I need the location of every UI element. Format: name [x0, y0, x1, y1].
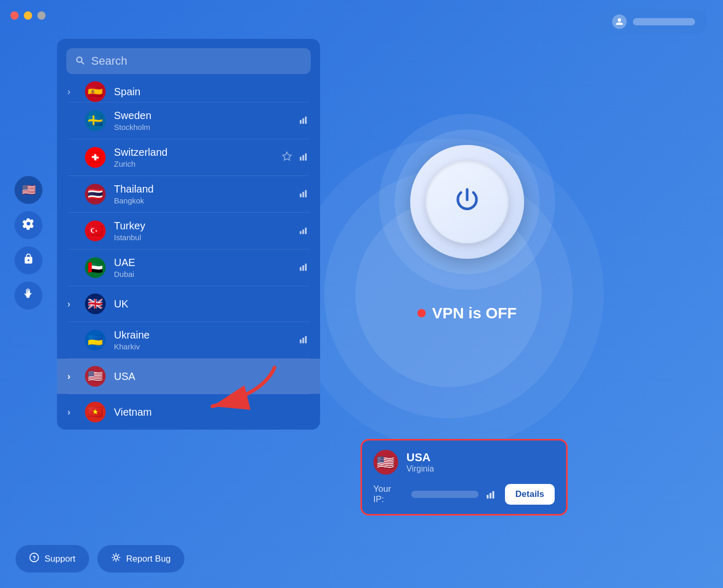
signal-icon: [299, 151, 310, 164]
flag-usa: 🇺🇸: [85, 366, 106, 387]
vpn-status-text: VPN is OFF: [432, 304, 516, 322]
expand-spacer: ›: [67, 226, 78, 237]
country-city: Stockholm: [114, 123, 299, 131]
report-bug-label: Report Bug: [126, 554, 171, 564]
country-ukraine-info: Ukraine Kharkiv: [114, 329, 299, 351]
svg-rect-15: [305, 263, 307, 271]
svg-rect-12: [305, 227, 307, 234]
expand-spacer: ›: [67, 262, 78, 273]
list-item-usa[interactable]: › 🇺🇸 USA: [57, 359, 320, 394]
search-icon: [75, 55, 85, 68]
country-city: Kharkiv: [114, 342, 299, 351]
search-input[interactable]: [91, 54, 302, 68]
profile-button[interactable]: [600, 9, 707, 34]
svg-rect-1: [302, 118, 304, 124]
country-name: Ukraine: [114, 329, 299, 341]
sidebar: 🇺🇸: [15, 176, 42, 310]
svg-rect-20: [489, 493, 491, 498]
sidebar-item-adblocker[interactable]: [15, 282, 42, 310]
svg-marker-3: [283, 152, 292, 160]
signal-icon: [299, 114, 310, 127]
expand-icon-usa: ›: [67, 371, 78, 382]
power-ring-mid: [395, 129, 540, 274]
svg-rect-21: [492, 491, 494, 499]
svg-rect-6: [305, 153, 307, 160]
report-bug-button[interactable]: Report Bug: [97, 545, 184, 572]
country-name: Turkey: [114, 220, 299, 232]
minimize-button[interactable]: [24, 11, 32, 20]
list-item[interactable]: › 🇦🇪 UAE Dubai: [57, 249, 320, 286]
country-name: Spain: [114, 86, 310, 98]
flag-vietnam: 🇻🇳: [85, 402, 106, 422]
list-item[interactable]: › 🇹🇭 Thailand Bangkok: [57, 176, 320, 212]
support-button[interactable]: Support: [16, 545, 89, 572]
power-icon: [452, 184, 483, 219]
power-ring-outer: [379, 114, 555, 290]
location-icon: 🇺🇸: [22, 183, 36, 197]
svg-rect-10: [300, 231, 301, 234]
list-item[interactable]: › 🇺🇦 Ukraine Kharkiv: [57, 322, 320, 358]
country-sweden-info: Sweden Stockholm: [114, 110, 299, 131]
country-name: Vietnam: [114, 406, 310, 418]
signal-icon: [299, 261, 310, 274]
flag-uk: 🇬🇧: [85, 293, 106, 314]
country-spain-info: Spain: [114, 86, 310, 98]
list-item[interactable]: › 🇻🇳 Vietnam: [57, 394, 320, 430]
svg-rect-18: [305, 336, 307, 343]
expand-icon-uk: ›: [67, 299, 78, 310]
country-actions: [299, 334, 310, 347]
country-actions: [299, 225, 310, 238]
country-actions: [282, 151, 310, 164]
sidebar-item-location[interactable]: 🇺🇸: [15, 176, 42, 204]
profile-username: [633, 18, 695, 25]
expand-icon-vietnam: ›: [67, 407, 78, 418]
svg-rect-8: [302, 192, 304, 197]
power-area: VPN is OFF: [379, 114, 555, 322]
country-vietnam-info: Vietnam: [114, 406, 310, 418]
list-item[interactable]: › 🇬🇧 UK: [57, 286, 320, 321]
country-panel: › 🇪🇸 Spain › 🇸🇪 Sweden Stockholm: [57, 39, 320, 430]
country-name: Thailand: [114, 183, 299, 195]
ip-value: [411, 491, 479, 498]
svg-rect-19: [486, 495, 488, 498]
country-city: Zurich: [114, 159, 282, 168]
country-city: Bangkok: [114, 196, 299, 205]
flag-uae: 🇦🇪: [85, 257, 106, 278]
list-item[interactable]: › 🇸🇪 Sweden Stockholm: [57, 102, 320, 139]
star-icon[interactable]: [282, 151, 292, 164]
list-item[interactable]: › 🇨🇭 Switzerland Zurich: [57, 139, 320, 175]
search-bar: [66, 48, 311, 74]
country-actions: [299, 114, 310, 127]
svg-rect-14: [302, 265, 304, 271]
sidebar-item-security[interactable]: [15, 246, 42, 274]
list-item[interactable]: › 🇪🇸 Spain: [57, 81, 320, 102]
country-name: USA: [114, 371, 310, 383]
fullscreen-button[interactable]: [37, 11, 46, 20]
country-name: Switzerland: [114, 146, 282, 158]
country-actions: [299, 261, 310, 274]
close-button[interactable]: [10, 11, 19, 20]
country-uk-info: UK: [114, 298, 310, 310]
svg-rect-4: [300, 156, 301, 160]
sidebar-item-settings[interactable]: [15, 211, 42, 239]
status-dot: [417, 309, 426, 317]
power-button[interactable]: [426, 160, 509, 243]
card-top: 🇺🇸 USA Virginia: [373, 450, 555, 475]
signal-icon: [299, 225, 310, 238]
svg-point-24: [114, 556, 118, 560]
country-city: Istanbul: [114, 233, 299, 242]
flag-switzerland: 🇨🇭: [85, 147, 106, 168]
svg-rect-17: [302, 337, 304, 343]
lock-icon: [23, 253, 34, 268]
country-list: › 🇪🇸 Spain › 🇸🇪 Sweden Stockholm: [57, 81, 320, 430]
svg-rect-16: [300, 339, 301, 343]
info-card: 🇺🇸 USA Virginia Your IP: Details: [360, 439, 568, 516]
svg-rect-0: [300, 120, 301, 124]
bug-icon: [111, 552, 121, 565]
expand-spacer: ›: [67, 152, 78, 163]
country-thailand-info: Thailand Bangkok: [114, 183, 299, 205]
card-country: USA: [407, 451, 434, 464]
profile-icon: [612, 14, 627, 29]
list-item[interactable]: › 🇹🇷 Turkey Istanbul: [57, 213, 320, 249]
details-button[interactable]: Details: [505, 484, 555, 505]
